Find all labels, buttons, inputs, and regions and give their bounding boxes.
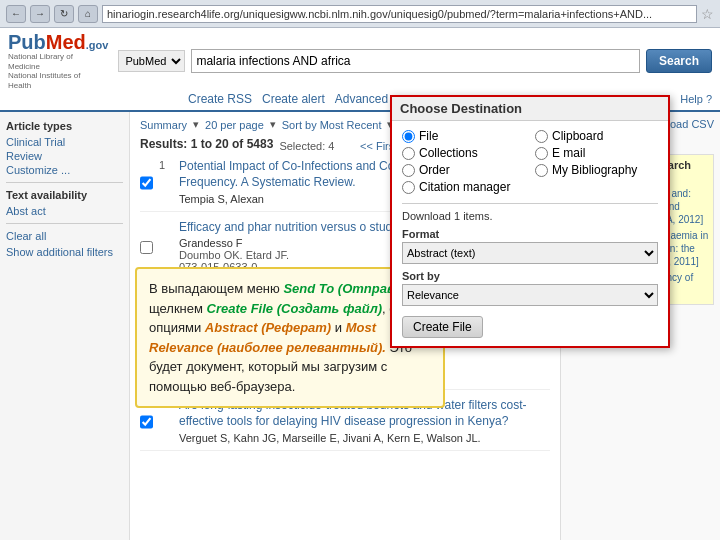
bookmark-star-icon[interactable]: ☆ bbox=[701, 6, 714, 22]
search-input[interactable] bbox=[191, 49, 640, 73]
modal-sort-label: Sort by bbox=[402, 270, 658, 282]
sidebar-abstract[interactable]: Abst act bbox=[6, 205, 123, 217]
result-title-2[interactable]: Efficacy and phar nutrition versus o stu… bbox=[179, 220, 401, 234]
create-rss-link[interactable]: Create RSS bbox=[188, 92, 252, 106]
sidebar-clinical-trial[interactable]: Clinical Trial bbox=[6, 136, 123, 148]
sidebar: Article types Clinical Trial Review Cust… bbox=[0, 112, 130, 540]
create-alert-link[interactable]: Create alert bbox=[262, 92, 325, 106]
create-file-button[interactable]: Create File bbox=[402, 316, 483, 338]
tooltip-highlight-2: Create File (Создать файл) bbox=[207, 301, 382, 316]
modal-option-clipboard[interactable]: Clipboard bbox=[535, 129, 658, 143]
url-bar[interactable] bbox=[102, 5, 697, 23]
selected-count: Selected: 4 bbox=[279, 140, 334, 152]
clear-all-link[interactable]: Clear all bbox=[6, 230, 123, 242]
database-select[interactable]: PubMed bbox=[118, 50, 185, 72]
sidebar-divider-2 bbox=[6, 223, 123, 224]
tooltip-text-and: и bbox=[331, 320, 346, 335]
modal-download-info: Download 1 items. bbox=[402, 210, 658, 222]
article-types-heading: Article types bbox=[6, 120, 123, 132]
forward-button[interactable]: → bbox=[30, 5, 50, 23]
modal-option-email[interactable]: E mail bbox=[535, 146, 658, 160]
modal-col-1: File Collections Order Citation manager bbox=[402, 129, 525, 197]
result-num-2 bbox=[159, 220, 173, 274]
choose-destination-modal: Choose Destination File Collections Orde… bbox=[390, 95, 670, 348]
modal-option-file[interactable]: File bbox=[402, 129, 525, 143]
pubmed-logo: PubMed.gov National Library of MedicineN… bbox=[8, 32, 108, 90]
modal-format-label: Format bbox=[402, 228, 658, 240]
sidebar-review[interactable]: Review bbox=[6, 150, 123, 162]
tooltip-highlight-3: Abstract (Реферат) bbox=[205, 320, 331, 335]
back-button[interactable]: ← bbox=[6, 5, 26, 23]
result-num-1: 1 bbox=[159, 159, 173, 204]
modal-option-citation-manager[interactable]: Citation manager bbox=[402, 180, 525, 194]
show-additional-filters-link[interactable]: Show additional filters bbox=[6, 246, 123, 258]
logo-subtitle: National Library of MedicineNational Ins… bbox=[8, 52, 93, 90]
tooltip-text-before: В выпадающем меню bbox=[149, 281, 283, 296]
modal-divider-1 bbox=[402, 203, 658, 204]
modal-option-collections[interactable]: Collections bbox=[402, 146, 525, 160]
logo-text: PubMed.gov bbox=[8, 32, 108, 52]
search-button[interactable]: Search bbox=[646, 49, 712, 73]
refresh-button[interactable]: ↻ bbox=[54, 5, 74, 23]
tooltip-text-mid1: щелкнем bbox=[149, 301, 207, 316]
modal-body: File Collections Order Citation manager … bbox=[392, 121, 668, 346]
text-avail-heading: Text availability bbox=[6, 189, 123, 201]
modal-format-select[interactable]: Abstract (text) MEDLINE PubMed XML CSV bbox=[402, 242, 658, 264]
sidebar-divider-1 bbox=[6, 182, 123, 183]
browser-bar: ← → ↻ ⌂ ☆ bbox=[0, 0, 720, 28]
modal-option-order[interactable]: Order bbox=[402, 163, 525, 177]
modal-title: Choose Destination bbox=[392, 97, 668, 121]
results-count: Results: 1 to 20 of 5483 bbox=[140, 137, 273, 151]
modal-col-2: Clipboard E mail My Bibliography bbox=[535, 129, 658, 197]
home-button[interactable]: ⌂ bbox=[78, 5, 98, 23]
result-authors-4: Verguet S, Kahn JG, Marseille E, Jivani … bbox=[179, 432, 550, 444]
help-link[interactable]: Help ? bbox=[680, 93, 712, 105]
sort-link[interactable]: Sort by Most Recent bbox=[282, 119, 382, 131]
advanced-link[interactable]: Advanced bbox=[335, 92, 388, 106]
summary-link[interactable]: Summary bbox=[140, 119, 187, 131]
modal-option-my-bibliography[interactable]: My Bibliography bbox=[535, 163, 658, 177]
modal-options-row: File Collections Order Citation manager … bbox=[402, 129, 658, 197]
modal-sort-select[interactable]: Relevance Most Recent First Author Journ… bbox=[402, 284, 658, 306]
result-checkbox-1[interactable] bbox=[140, 161, 153, 204]
sidebar-customize[interactable]: Customize ... bbox=[6, 164, 123, 176]
result-checkbox-2[interactable] bbox=[140, 222, 153, 274]
per-page-link[interactable]: 20 per page bbox=[205, 119, 264, 131]
